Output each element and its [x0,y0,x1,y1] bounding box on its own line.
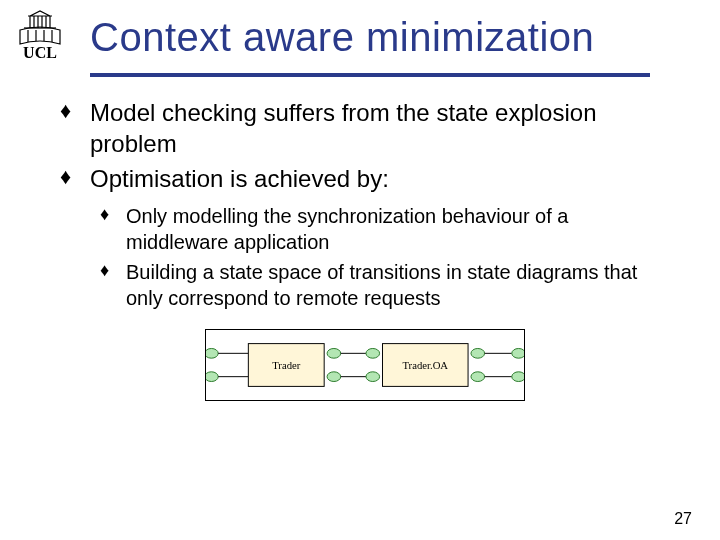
svg-point-12 [366,371,380,381]
trader-diagram: Trader Trader.OA [205,329,525,401]
sub-bullet-list: Only modelling the synchronization behav… [100,203,670,311]
svg-point-19 [512,371,525,381]
list-item: Building a state space of transitions in… [100,259,670,311]
slide-title: Context aware minimization [90,15,594,60]
slide-body: Model checking suffers from the state ex… [0,77,720,401]
main-bullet-list: Model checking suffers from the state ex… [60,97,670,195]
ucl-logo-icon: UCL [10,10,70,65]
svg-point-2 [205,348,218,358]
svg-text:UCL: UCL [23,44,57,61]
svg-point-3 [205,371,218,381]
diagram-container: Trader Trader.OA [60,329,670,401]
slide-header: UCL Context aware minimization [0,0,720,65]
svg-point-7 [327,348,341,358]
list-item: Optimisation is achieved by: [60,163,670,194]
svg-point-15 [471,371,485,381]
list-item: Model checking suffers from the state ex… [60,97,670,159]
svg-point-18 [512,348,525,358]
svg-point-14 [471,348,485,358]
page-number: 27 [674,510,692,528]
list-item: Only modelling the synchronization behav… [100,203,670,255]
svg-point-11 [366,348,380,358]
svg-point-8 [327,371,341,381]
diagram-box-label: Trader [272,358,301,370]
diagram-box-label: Trader.OA [402,358,448,370]
